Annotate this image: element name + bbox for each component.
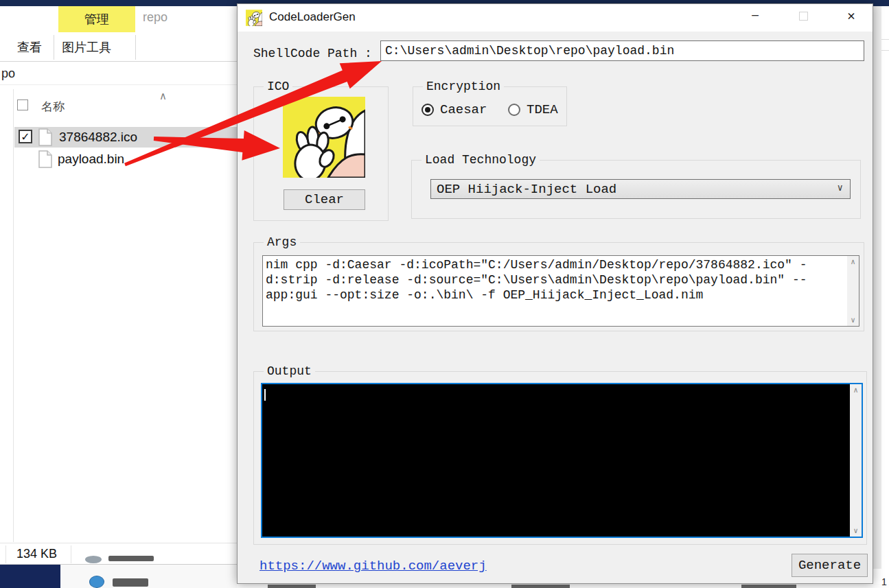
scroll-down-icon[interactable]: ∨ xyxy=(850,525,862,537)
column-header-name[interactable]: 名称 xyxy=(41,99,65,115)
globe-icon xyxy=(89,576,104,588)
ribbon-tab-manage[interactable]: 管理 xyxy=(58,6,135,32)
shellcode-path-input[interactable] xyxy=(380,40,864,61)
file-icon xyxy=(38,128,52,146)
encryption-group-label: Encryption xyxy=(423,80,504,93)
file-icon xyxy=(38,150,52,168)
background-item-text xyxy=(108,556,154,561)
background-item-icon xyxy=(85,556,102,563)
page-title: CodeLoaderGen xyxy=(269,10,356,24)
generate-button[interactable]: Generate xyxy=(792,554,868,577)
table-row[interactable]: ✓ 37864882.ico xyxy=(14,127,237,148)
background-line xyxy=(881,39,889,40)
breadcrumb[interactable]: po xyxy=(1,67,15,81)
radio-selected-dot xyxy=(425,107,430,113)
output-scrollbar[interactable]: ∧ ∨ xyxy=(850,384,862,537)
output-group: Output ∧ ∨ xyxy=(253,371,867,545)
load-technology-dropdown[interactable]: OEP Hiijack-Inject Load ∨ xyxy=(430,179,851,199)
ico-group: ICO Clear xyxy=(253,86,389,221)
background-list-sliver xyxy=(237,584,889,588)
shellcode-path-label: ShellCode Path : xyxy=(253,47,372,60)
load-technology-group: Load Technology OEP Hiijack-Inject Load … xyxy=(411,160,861,219)
statusbar-divider xyxy=(0,543,237,543)
radio-caesar-label[interactable]: Caesar xyxy=(440,102,487,117)
chevron-down-icon: ∨ xyxy=(838,182,843,193)
table-row[interactable]: payload.bin xyxy=(14,149,237,169)
select-all-checkbox[interactable] xyxy=(17,99,28,110)
github-link[interactable]: https://www.github.com/aeverj xyxy=(259,558,487,574)
file-name-bin[interactable]: payload.bin xyxy=(58,152,124,167)
close-button[interactable]: ✕ xyxy=(836,4,866,27)
background-item-text xyxy=(113,578,148,587)
background-line xyxy=(881,50,889,51)
row-checkbox-checked[interactable]: ✓ xyxy=(19,130,32,143)
ico-preview-image xyxy=(283,97,365,178)
statusbar-separator xyxy=(71,545,71,563)
encryption-group: Encryption Caesar TDEA xyxy=(413,86,567,126)
load-technology-group-label: Load Technology xyxy=(422,153,540,167)
file-name-ico[interactable]: 37864882.ico xyxy=(59,130,137,145)
ribbon-tab-view[interactable]: 查看 xyxy=(17,39,42,56)
clear-button[interactable]: Clear xyxy=(284,189,365,210)
scroll-up-icon[interactable]: ∧ xyxy=(847,256,859,268)
codeloadergen-dialog: CodeLoaderGen — ✕ ShellCode Path : ICO xyxy=(237,3,873,584)
explorer-window-title: repo xyxy=(143,10,168,25)
ribbon-separator xyxy=(135,35,136,60)
explorer-window: 管理 repo 查看 图片工具 po 名称 ∧ ✓ 37864882.ico xyxy=(0,6,237,565)
statusbar-separator xyxy=(5,545,6,563)
output-console[interactable]: ∧ ∨ xyxy=(261,383,863,538)
sort-ascending-icon[interactable]: ∧ xyxy=(159,90,167,102)
background-window-area xyxy=(60,564,237,588)
args-text: nim cpp -d:Caesar -d:icoPath=″C:/Users/a… xyxy=(266,257,808,303)
args-scrollbar[interactable]: ∧ ∨ xyxy=(847,256,859,326)
args-group-label: Args xyxy=(264,235,300,249)
background-right-substrip xyxy=(873,6,881,569)
ribbon-separator xyxy=(54,35,54,60)
background-navy-window xyxy=(0,565,60,588)
minimize-button[interactable]: — xyxy=(740,4,770,27)
radio-tdea-label[interactable]: TDEA xyxy=(527,102,558,117)
ribbon-tab-picture-tools[interactable]: 图片工具 xyxy=(62,39,111,56)
maximize-icon xyxy=(799,12,808,21)
maximize-button xyxy=(788,4,818,27)
scroll-down-icon[interactable]: ∨ xyxy=(847,314,859,326)
address-divider xyxy=(0,84,237,85)
app-icon xyxy=(246,10,262,26)
ico-group-label: ICO xyxy=(264,80,292,93)
scroll-up-icon[interactable]: ∧ xyxy=(850,384,862,396)
pane-separator xyxy=(13,89,14,542)
text-caret xyxy=(264,389,266,401)
args-textarea[interactable]: nim cpp -d:Caesar -d:icoPath=″C:/Users/a… xyxy=(262,255,859,327)
dialog-titlebar[interactable]: CodeLoaderGen — ✕ xyxy=(238,4,873,32)
radio-tdea[interactable] xyxy=(508,104,520,116)
background-text-fragment: 1 xyxy=(881,576,887,587)
output-group-label: Output xyxy=(264,364,315,378)
ribbon-divider xyxy=(0,61,237,62)
load-technology-selected: OEP Hiijack-Inject Load xyxy=(437,182,616,197)
args-group: Args nim cpp -d:Caesar -d:icoPath=″C:/Us… xyxy=(253,242,864,331)
status-file-size: 134 KB xyxy=(16,547,57,561)
radio-caesar[interactable] xyxy=(422,104,434,116)
